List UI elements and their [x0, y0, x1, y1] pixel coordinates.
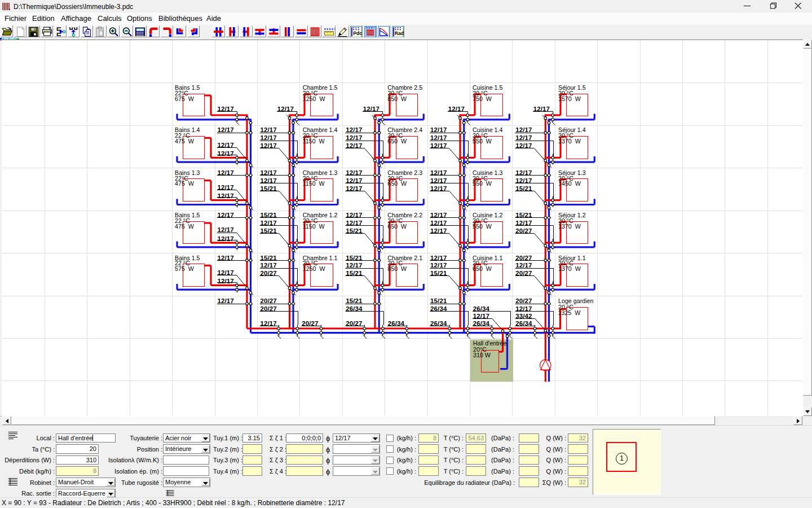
svg-text:12/17: 12/17 — [430, 142, 447, 149]
svg-text:26/34: 26/34 — [473, 305, 490, 312]
svg-text:850 W: 850 W — [387, 95, 407, 102]
svg-text:Rad: Rad — [395, 30, 404, 36]
svg-text:12/17: 12/17 — [261, 169, 277, 176]
svg-text:12/17: 12/17 — [218, 126, 234, 133]
svg-text:12/17: 12/17 — [430, 185, 447, 192]
svg-text:1250 W: 1250 W — [303, 95, 326, 102]
svg-text:15/21: 15/21 — [515, 185, 532, 192]
svg-text:26/34: 26/34 — [473, 320, 490, 327]
svg-text:12/17: 12/17 — [218, 106, 234, 112]
svg-text:12/17: 12/17 — [346, 177, 362, 184]
svg-text:12/17: 12/17 — [515, 142, 532, 149]
svg-text:1150 W: 1150 W — [303, 138, 325, 144]
svg-text:12/17: 12/17 — [346, 142, 362, 149]
svg-text:20/27: 20/27 — [346, 320, 362, 327]
svg-text:15/21: 15/21 — [430, 270, 447, 277]
svg-text:12/17: 12/17 — [430, 177, 447, 184]
svg-text:15/21: 15/21 — [261, 255, 277, 261]
svg-text:15/21: 15/21 — [261, 185, 277, 192]
svg-text:12/17: 12/17 — [261, 320, 277, 327]
svg-text:12/17: 12/17 — [515, 177, 532, 184]
svg-text:850 W: 850 W — [387, 265, 407, 272]
svg-text:12/17: 12/17 — [515, 262, 532, 269]
svg-text:550 W: 550 W — [473, 180, 492, 187]
svg-text:26/34: 26/34 — [430, 305, 447, 312]
svg-text:12/17: 12/17 — [533, 106, 550, 112]
svg-text:12/17: 12/17 — [363, 106, 379, 112]
svg-text:20/27: 20/27 — [515, 255, 532, 261]
svg-text:15/21: 15/21 — [430, 297, 447, 304]
svg-text:650 W: 650 W — [473, 265, 492, 272]
svg-text:15/21: 15/21 — [346, 270, 363, 277]
svg-text:12/17: 12/17 — [346, 212, 362, 218]
svg-text:12/17: 12/17 — [218, 269, 234, 276]
svg-text:20/27: 20/27 — [261, 297, 277, 304]
svg-text:650 W: 650 W — [387, 180, 407, 187]
svg-text:12/17: 12/17 — [218, 226, 234, 233]
svg-text:650 W: 650 W — [387, 223, 407, 230]
svg-text:12/17: 12/17 — [218, 212, 234, 218]
svg-text:1370 W: 1370 W — [558, 138, 581, 144]
svg-text:475 W: 475 W — [175, 223, 195, 230]
svg-text:33/42: 33/42 — [515, 313, 532, 319]
svg-text:12/17: 12/17 — [218, 255, 234, 261]
svg-text:310 W: 310 W — [473, 352, 491, 358]
svg-text:26/34: 26/34 — [388, 320, 405, 327]
svg-text:15/21: 15/21 — [515, 212, 532, 218]
svg-text:15/21: 15/21 — [346, 255, 363, 261]
svg-text:12/17: 12/17 — [218, 142, 234, 148]
svg-text:20/27: 20/27 — [302, 320, 318, 327]
svg-text:12/17: 12/17 — [218, 235, 234, 242]
svg-text:12/17: 12/17 — [448, 106, 465, 112]
svg-text:15/21: 15/21 — [261, 212, 277, 218]
svg-text:12/17: 12/17 — [261, 262, 277, 269]
svg-text:26/34: 26/34 — [346, 305, 363, 312]
svg-text:675 W: 675 W — [175, 95, 195, 102]
svg-text:Pdc: Pdc — [354, 30, 363, 36]
svg-text:550 W: 550 W — [473, 138, 492, 144]
svg-text:12/17: 12/17 — [515, 126, 532, 133]
svg-text:12/17: 12/17 — [218, 150, 234, 157]
svg-text:20/27: 20/27 — [261, 305, 277, 312]
svg-text:12/17: 12/17 — [261, 134, 277, 141]
svg-text:475 W: 475 W — [175, 138, 195, 144]
svg-text:1150 W: 1150 W — [303, 223, 325, 230]
svg-text:12/17: 12/17 — [261, 126, 277, 133]
svg-text:1250 W: 1250 W — [303, 265, 326, 272]
svg-text:12/17: 12/17 — [346, 169, 362, 176]
svg-text:650 W: 650 W — [387, 138, 407, 144]
svg-text:26/34: 26/34 — [515, 320, 532, 327]
svg-text:12/17: 12/17 — [430, 262, 447, 269]
svg-text:12/17: 12/17 — [430, 227, 447, 234]
svg-text:12/17: 12/17 — [430, 134, 447, 141]
svg-text:12/17: 12/17 — [218, 278, 234, 284]
svg-text:12/17: 12/17 — [218, 184, 234, 191]
svg-text:12/17: 12/17 — [515, 134, 532, 141]
svg-text:1370 W: 1370 W — [558, 223, 581, 230]
svg-text:12/17: 12/17 — [218, 192, 234, 199]
svg-text:12/17: 12/17 — [473, 313, 489, 319]
svg-text:12/17: 12/17 — [261, 220, 277, 226]
svg-text:1450 W: 1450 W — [558, 180, 581, 187]
svg-text:15/21: 15/21 — [346, 227, 363, 234]
svg-text:15/21: 15/21 — [261, 227, 277, 234]
svg-text:1150 W: 1150 W — [303, 180, 325, 187]
svg-text:26/34: 26/34 — [430, 320, 447, 327]
svg-text:15/21: 15/21 — [346, 297, 363, 304]
svg-text:12/17: 12/17 — [261, 177, 277, 184]
svg-text:12/17: 12/17 — [515, 169, 532, 176]
svg-text:12/17: 12/17 — [261, 142, 277, 149]
svg-text:12/17: 12/17 — [430, 220, 447, 226]
svg-text:20/27: 20/27 — [515, 270, 532, 277]
svg-text:575 W: 575 W — [175, 265, 195, 272]
svg-text:12/17: 12/17 — [515, 220, 532, 226]
svg-text:12/17: 12/17 — [346, 134, 362, 141]
svg-text:12/17: 12/17 — [346, 185, 362, 192]
svg-text:12/17: 12/17 — [277, 106, 294, 112]
svg-text:12/17: 12/17 — [218, 169, 234, 176]
svg-text:12/17: 12/17 — [515, 305, 532, 312]
svg-text:20/27: 20/27 — [261, 270, 277, 277]
svg-text:550 W: 550 W — [473, 223, 492, 230]
svg-text:20/27: 20/27 — [515, 227, 532, 234]
svg-text:12/17: 12/17 — [346, 126, 362, 133]
